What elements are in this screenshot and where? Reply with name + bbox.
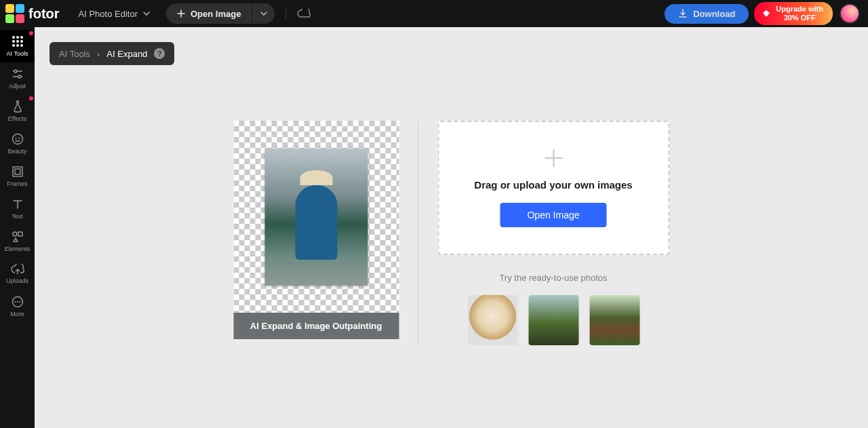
sidebar: AI Tools Adjust Effects Beauty Frames Te… (0, 27, 35, 428)
chevron-down-icon (143, 10, 150, 17)
svg-rect-1 (16, 4, 24, 13)
sidebar-item-uploads[interactable]: Uploads (0, 258, 35, 290)
brand-name: fotor (28, 6, 60, 22)
samples-heading: Try the ready-to-use photos (437, 273, 669, 283)
svg-point-12 (20, 44, 23, 47)
plus-large-icon (545, 149, 562, 167)
logo-icon (5, 4, 24, 23)
breadcrumb: AI Tools › AI Expand ? (50, 42, 174, 65)
breadcrumb-current: AI Expand (106, 49, 147, 59)
sample-photo-3[interactable] (589, 295, 639, 345)
upgrade-button[interactable]: Upgrade with 30% OFF (754, 2, 833, 25)
text-icon (12, 198, 24, 210)
app-title-label: AI Photo Editor (79, 9, 138, 19)
svg-point-17 (18, 138, 20, 139)
sidebar-item-elements[interactable]: Elements (0, 225, 35, 258)
sidebar-item-label: More (10, 311, 24, 317)
sidebar-item-frames[interactable]: Frames (0, 160, 35, 193)
diamond-icon (762, 9, 770, 18)
svg-point-13 (14, 70, 17, 73)
svg-point-6 (20, 36, 23, 39)
preview-card: AI Expand & Image Outpainting (233, 121, 399, 345)
drop-title: Drag or upload your own images (474, 179, 632, 191)
sidebar-item-label: Text (12, 213, 23, 220)
flask-icon (12, 100, 23, 113)
svg-point-23 (14, 301, 16, 303)
grid-icon (12, 35, 24, 47)
sample-photo-1[interactable] (467, 295, 517, 345)
download-icon (678, 9, 688, 18)
download-button[interactable]: Download (665, 4, 749, 24)
sidebar-item-text[interactable]: Text (0, 193, 35, 225)
sidebar-item-beauty[interactable]: Beauty (0, 128, 35, 160)
sidebar-item-effects[interactable]: Effects (0, 95, 35, 128)
help-icon[interactable]: ? (154, 48, 165, 59)
svg-rect-21 (18, 232, 22, 236)
shapes-icon (12, 231, 24, 243)
svg-point-7 (12, 40, 15, 43)
svg-rect-0 (5, 4, 14, 13)
svg-point-11 (16, 44, 19, 47)
sidebar-item-label: Effects (8, 115, 26, 122)
sidebar-item-label: AI Tools (7, 50, 28, 57)
cloud-sync-button[interactable] (297, 9, 311, 18)
svg-point-9 (20, 40, 23, 43)
smile-icon (12, 133, 24, 145)
svg-point-20 (13, 232, 17, 236)
upload-panel: Drag or upload your own images Open Imag… (437, 121, 669, 345)
sidebar-item-more[interactable]: More (0, 290, 35, 323)
svg-point-24 (17, 301, 18, 303)
sidebar-item-label: Uploads (6, 277, 28, 284)
svg-point-8 (16, 40, 19, 43)
svg-point-4 (12, 36, 15, 39)
app-title-dropdown[interactable]: AI Photo Editor (79, 9, 150, 19)
notification-dot (29, 96, 33, 100)
notification-dot (29, 31, 33, 35)
dots-icon (12, 296, 24, 308)
vertical-divider (418, 121, 418, 345)
main-content: AI Expand & Image Outpainting Drag or up… (233, 121, 669, 345)
open-image-caret[interactable] (252, 3, 275, 24)
top-bar: fotor AI Photo Editor Open Image Downloa… (0, 0, 868, 27)
svg-point-5 (16, 36, 19, 39)
canvas-area: AI Tools › AI Expand ? AI Expand & Image… (35, 27, 868, 428)
svg-point-14 (18, 75, 21, 78)
drop-zone[interactable]: Drag or upload your own images Open Imag… (437, 121, 669, 255)
sample-photo (264, 149, 368, 286)
svg-rect-2 (5, 14, 14, 23)
open-image-label: Open Image (191, 9, 241, 19)
separator (285, 7, 286, 20)
svg-point-25 (19, 301, 20, 303)
avatar[interactable] (840, 3, 860, 24)
svg-rect-3 (16, 14, 24, 23)
open-image-button[interactable]: Open Image (166, 3, 252, 24)
sidebar-item-label: Frames (7, 180, 28, 187)
preview-canvas (233, 121, 399, 313)
sample-photo-2[interactable] (528, 295, 578, 345)
sidebar-item-adjust[interactable]: Adjust (0, 62, 35, 95)
sidebar-item-label: Elements (5, 246, 31, 252)
svg-point-15 (12, 134, 22, 144)
preview-caption: AI Expand & Image Outpainting (233, 313, 399, 339)
sample-row (437, 295, 669, 345)
breadcrumb-sep: › (97, 49, 100, 59)
frame-icon (12, 166, 24, 178)
sliders-icon (12, 68, 24, 80)
svg-rect-19 (15, 169, 20, 174)
plus-icon (177, 9, 185, 18)
svg-point-16 (15, 138, 16, 139)
sidebar-item-label: Adjust (9, 83, 26, 90)
breadcrumb-root[interactable]: AI Tools (59, 49, 90, 59)
svg-rect-18 (13, 167, 22, 176)
open-image-primary-button[interactable]: Open Image (500, 203, 606, 227)
open-image-pill: Open Image (166, 3, 275, 24)
svg-point-10 (12, 44, 15, 47)
sidebar-item-label: Beauty (7, 148, 26, 155)
download-label: Download (693, 9, 735, 19)
upgrade-text: Upgrade with 30% OFF (776, 5, 823, 22)
sidebar-item-ai-tools[interactable]: AI Tools (0, 30, 35, 62)
cloud-up-icon (11, 264, 24, 275)
